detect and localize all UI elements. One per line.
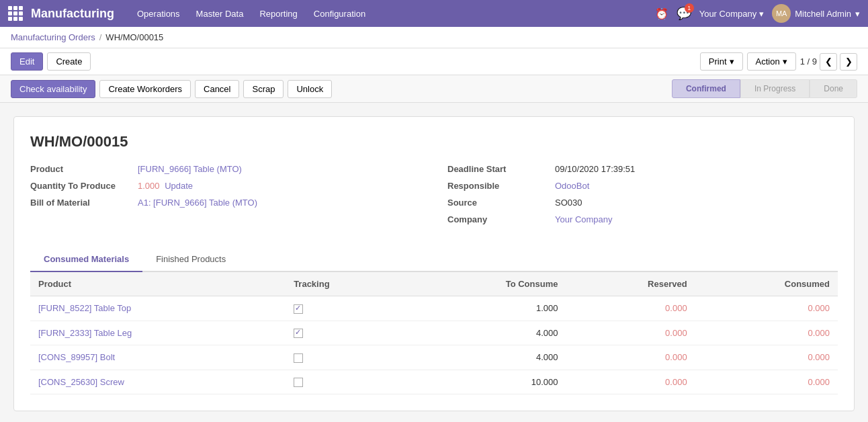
bom-row: Bill of Material A1: [FURN_9666] Table (… xyxy=(30,198,421,208)
qty-row: Quantity To Produce 1.000 Update xyxy=(30,181,421,191)
clock-icon[interactable]: ⏰ xyxy=(655,7,668,20)
table-row: [FURN_8522] Table Top1.0000.0000.000 xyxy=(30,296,838,321)
responsible-link[interactable]: OdooBot xyxy=(555,181,589,191)
create-button[interactable]: Create xyxy=(47,52,91,71)
action-button[interactable]: Action ▾ xyxy=(747,52,796,71)
check-availability-button[interactable]: Check availability xyxy=(11,80,95,98)
breadcrumb-separator: / xyxy=(99,32,102,42)
app-brand: Manufacturing xyxy=(31,7,114,21)
company-name: Your Company xyxy=(699,9,757,19)
cell-to-consume: 10.000 xyxy=(407,370,566,394)
status-steps: Confirmed In Progress Done xyxy=(672,79,857,98)
menu-reporting[interactable]: Reporting xyxy=(253,6,304,22)
responsible-value: OdooBot xyxy=(555,181,589,191)
responsible-label: Responsible xyxy=(447,181,555,191)
breadcrumb: Manufacturing Orders / WH/MO/00015 xyxy=(0,27,868,48)
product-link[interactable]: [FURN_8522] Table Top xyxy=(38,303,131,313)
table-row: [CONS_25630] Screw10.0000.0000.000 xyxy=(30,370,838,394)
pagination-next[interactable]: ❯ xyxy=(840,53,857,71)
form-right: Deadline Start 09/10/2020 17:39:51 Respo… xyxy=(447,164,838,231)
user-menu[interactable]: MA Mitchell Admin ▾ xyxy=(772,4,860,23)
cell-to-consume: 1.000 xyxy=(407,296,566,321)
source-row: Source SO030 xyxy=(447,198,838,208)
cell-tracking[interactable] xyxy=(286,345,406,370)
source-label: Source xyxy=(447,198,555,208)
col-to-consume: To Consume xyxy=(407,272,566,296)
deadline-label: Deadline Start xyxy=(447,164,555,174)
cell-tracking[interactable] xyxy=(286,321,406,345)
table-row: [FURN_2333] Table Leg4.0000.0000.000 xyxy=(30,321,838,345)
product-link[interactable]: [CONS_89957] Bolt xyxy=(38,352,115,362)
action-label: Action xyxy=(756,56,780,67)
notification-badge: 1 xyxy=(685,3,694,13)
mo-form: Product [FURN_9666] Table (MTO) Quantity… xyxy=(30,164,838,231)
cell-consumed: 0.000 xyxy=(695,345,838,370)
table-header-row: Product Tracking To Consume Reserved Con… xyxy=(30,272,838,296)
tracking-checkbox[interactable] xyxy=(294,329,303,338)
cell-product: [CONS_89957] Bolt xyxy=(30,345,286,370)
cell-reserved: 0.000 xyxy=(566,345,695,370)
cancel-button[interactable]: Cancel xyxy=(195,80,239,98)
company-row: Company Your Company xyxy=(447,214,838,224)
product-label: Product xyxy=(30,164,138,174)
action-bar: Edit Create Print ▾ Action ▾ 1 / 9 ❮ ❯ xyxy=(0,48,868,75)
pagination-text: 1 / 9 xyxy=(800,56,817,67)
breadcrumb-current: WH/MO/00015 xyxy=(105,32,163,42)
product-value: [FURN_9666] Table (MTO) xyxy=(138,164,242,174)
company-selector[interactable]: Your Company ▾ xyxy=(699,9,765,19)
qty-number: 1.000 xyxy=(138,181,160,191)
status-step-done: Done xyxy=(810,79,857,98)
main-content: WH/MO/00015 Product [FURN_9666] Table (M… xyxy=(0,103,868,422)
pagination: 1 / 9 ❮ ❯ xyxy=(800,53,857,71)
bom-label: Bill of Material xyxy=(30,198,138,208)
col-reserved: Reserved xyxy=(566,272,695,296)
tab-finished-products[interactable]: Finished Products xyxy=(142,247,239,272)
cell-to-consume: 4.000 xyxy=(407,321,566,345)
mo-title: WH/MO/00015 xyxy=(30,133,838,151)
menu-masterdata[interactable]: Master Data xyxy=(189,6,251,22)
tracking-checkbox[interactable] xyxy=(294,304,303,314)
company-value: Your Company xyxy=(555,214,613,224)
product-link[interactable]: [FURN_2333] Table Leg xyxy=(38,328,132,338)
bom-link[interactable]: A1: [FURN_9666] Table (MTO) xyxy=(138,198,257,208)
cell-consumed: 0.000 xyxy=(695,370,838,394)
tab-consumed-materials[interactable]: Consumed Materials xyxy=(30,247,142,272)
unlock-button[interactable]: Unlock xyxy=(288,80,332,98)
cell-reserved: 0.000 xyxy=(566,370,695,394)
topnav: Manufacturing Operations Master Data Rep… xyxy=(0,0,868,27)
print-button[interactable]: Print ▾ xyxy=(700,52,743,71)
update-link[interactable]: Update xyxy=(165,181,193,191)
tabs: Consumed Materials Finished Products xyxy=(30,247,838,272)
product-link[interactable]: [CONS_25630] Screw xyxy=(38,377,124,387)
edit-button[interactable]: Edit xyxy=(11,52,43,71)
menu-operations[interactable]: Operations xyxy=(130,6,187,22)
menu-configuration[interactable]: Configuration xyxy=(307,6,372,22)
pagination-prev[interactable]: ❮ xyxy=(820,53,837,71)
cell-tracking[interactable] xyxy=(286,296,406,321)
form-left: Product [FURN_9666] Table (MTO) Quantity… xyxy=(30,164,421,231)
create-workorders-button[interactable]: Create Workorders xyxy=(99,80,191,98)
print-chevron-icon: ▾ xyxy=(730,56,734,67)
user-avatar: MA xyxy=(772,4,791,23)
company-link[interactable]: Your Company xyxy=(555,214,613,224)
brand-name: Manufacturing xyxy=(31,7,114,21)
source-value: SO030 xyxy=(555,198,582,208)
bom-value: A1: [FURN_9666] Table (MTO) xyxy=(138,198,257,208)
product-link[interactable]: [FURN_9666] Table (MTO) xyxy=(138,164,242,174)
topnav-right: ⏰ 💬 1 Your Company ▾ MA Mitchell Admin ▾ xyxy=(655,4,860,23)
scrap-button[interactable]: Scrap xyxy=(243,80,284,98)
notification-icon[interactable]: 💬 1 xyxy=(677,6,691,21)
cell-consumed: 0.000 xyxy=(695,296,838,321)
action-chevron-icon: ▾ xyxy=(783,56,787,67)
print-label: Print xyxy=(709,56,727,67)
company-chevron-icon: ▾ xyxy=(759,9,764,19)
materials-table: Product Tracking To Consume Reserved Con… xyxy=(30,272,838,394)
table-row: [CONS_89957] Bolt4.0000.0000.000 xyxy=(30,345,838,370)
tracking-checkbox[interactable] xyxy=(294,353,303,363)
tracking-checkbox[interactable] xyxy=(294,378,303,387)
cell-product: [FURN_8522] Table Top xyxy=(30,296,286,321)
app-grid-icon[interactable] xyxy=(8,6,23,21)
breadcrumb-parent[interactable]: Manufacturing Orders xyxy=(11,32,95,42)
cell-tracking[interactable] xyxy=(286,370,406,394)
cell-product: [CONS_25630] Screw xyxy=(30,370,286,394)
